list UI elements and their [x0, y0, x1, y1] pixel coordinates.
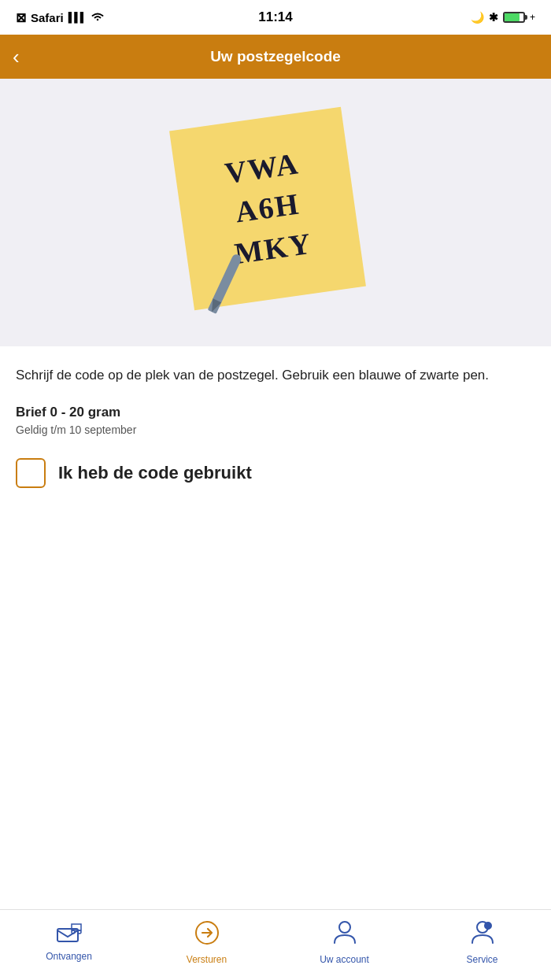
svg-point-1	[72, 930, 75, 934]
content-section: Schrijf de code op de plek van de postze…	[0, 346, 551, 909]
page-title: Uw postzegelcode	[210, 48, 341, 65]
ontvangen-label: Ontvangen	[46, 951, 92, 962]
carrier-name: Safari	[31, 11, 64, 24]
versturen-icon	[194, 919, 220, 949]
moon-icon: 🌙	[471, 11, 484, 24]
illustration-area: VWA A6H MKY	[0, 79, 551, 346]
stamp-info: Brief 0 - 20 gram Geldig t/m 10 septembe…	[16, 405, 535, 436]
status-bar-right: 🌙 ✱ +	[471, 11, 535, 24]
service-label: Service	[466, 954, 497, 965]
svg-point-4	[339, 922, 350, 933]
used-code-checkbox-row[interactable]: Ik heb de code gebruikt	[16, 458, 535, 488]
svg-text:i: i	[487, 923, 489, 929]
svg-point-2	[78, 930, 81, 934]
navigation-bar: ‹ Uw postzegelcode	[0, 35, 551, 79]
used-code-checkbox[interactable]	[16, 458, 46, 488]
description-text: Schrijf de code op de plek van de postze…	[16, 365, 535, 386]
safari-logo: ⊠	[16, 10, 26, 25]
main-content: VWA A6H MKY Schrijf de code op de plek v…	[0, 79, 551, 909]
stamp-type: Brief 0 - 20 gram	[16, 405, 535, 420]
signal-bars: ▌▌▌	[68, 12, 87, 23]
versturen-label: Versturen	[187, 954, 227, 965]
wifi-icon	[91, 11, 105, 24]
sticky-note: VWA A6H MKY	[169, 107, 366, 310]
status-bar: ⊠ Safari ▌▌▌ 11:14 🌙 ✱ +	[0, 0, 551, 35]
battery-indicator	[503, 12, 525, 23]
uw-account-label: Uw account	[320, 954, 369, 965]
nav-item-versturen[interactable]: Versturen	[138, 910, 276, 980]
service-icon: i	[471, 919, 494, 949]
status-bar-time: 11:14	[258, 9, 292, 25]
nav-item-uw-account[interactable]: Uw account	[276, 910, 413, 980]
status-bar-left: ⊠ Safari ▌▌▌	[16, 10, 105, 25]
back-button[interactable]: ‹	[13, 46, 20, 67]
bluetooth-icon: ✱	[489, 11, 498, 24]
nav-item-service[interactable]: i Service	[413, 910, 551, 980]
uw-account-icon	[333, 919, 357, 949]
nav-item-ontvangen[interactable]: Ontvangen	[0, 910, 138, 980]
stamp-validity: Geldig t/m 10 september	[16, 423, 535, 436]
charging-icon: +	[530, 12, 535, 23]
bottom-navigation: Ontvangen Versturen Uw account i	[0, 909, 551, 980]
ontvangen-icon	[56, 923, 83, 946]
sticky-note-container: VWA A6H MKY	[173, 102, 378, 323]
used-code-label: Ik heb de code gebruikt	[58, 463, 252, 483]
